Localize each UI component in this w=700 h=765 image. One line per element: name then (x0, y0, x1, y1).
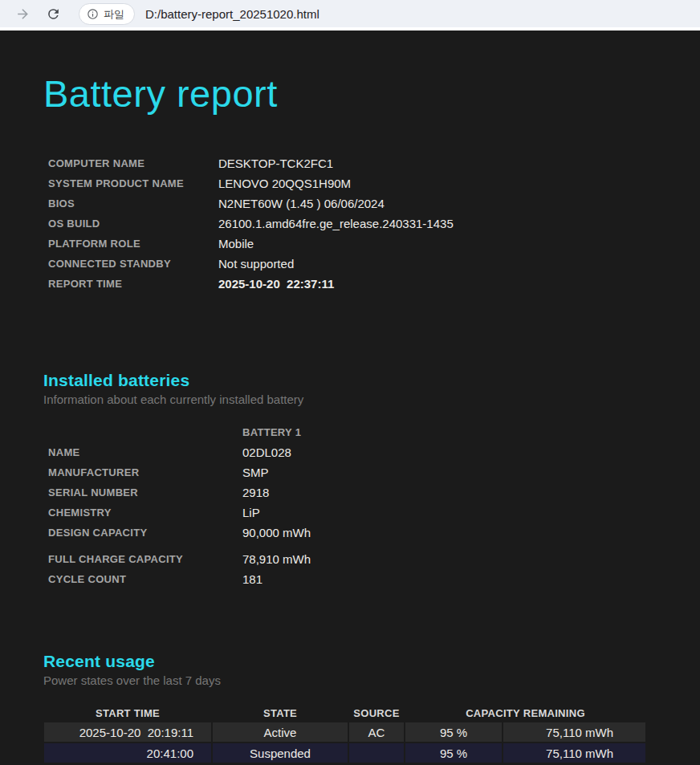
system-info-value: N2NET60W (1.45 ) 06/06/2024 (218, 197, 385, 210)
battery-detail-row: CHEMISTRY LiP (48, 503, 700, 523)
column-header-start-time: START TIME (44, 705, 211, 721)
system-info-value: LENOVO 20QQS1H90M (218, 177, 351, 190)
forward-arrow-icon (15, 6, 31, 22)
battery-detail-label: FULL CHARGE CAPACITY (48, 553, 242, 565)
battery-detail-value: 181 (242, 572, 262, 586)
battery-detail-row: NAME 02DL028 (48, 442, 700, 462)
system-info-value: 26100.1.amd64fre.ge_release.240331-1435 (218, 217, 454, 230)
system-info-row: REPORT TIME 2025-10-20 22:37:11 (48, 274, 700, 294)
system-info-label: SYSTEM PRODUCT NAME (48, 177, 218, 189)
battery-detail-label: CYCLE COUNT (48, 573, 242, 585)
reload-button[interactable] (42, 2, 64, 25)
usage-cell-state: Suspended (213, 743, 348, 763)
battery-detail-value: SMP (242, 466, 269, 479)
usage-cell-state: Active (213, 722, 348, 742)
info-icon (87, 8, 99, 20)
battery-details-table: BATTERY 1 NAME 02DL028 MANUFACTURER SMP … (48, 422, 700, 589)
battery-detail-label: NAME (48, 446, 242, 458)
recent-usage-section: Recent usage Power states over the last … (0, 652, 700, 763)
battery-detail-label: MANUFACTURER (48, 466, 242, 478)
system-info-value: Not supported (218, 257, 294, 271)
recent-usage-subtitle: Power states over the last 7 days (0, 673, 700, 687)
system-info-row: COMPUTER NAME DESKTOP-TCK2FC1 (48, 153, 700, 173)
battery-column-header: BATTERY 1 (242, 426, 301, 438)
battery-detail-label: SERIAL NUMBER (48, 486, 242, 498)
system-info-row: PLATFORM ROLE Mobile (48, 234, 700, 254)
forward-button[interactable] (11, 2, 34, 25)
battery-detail-value: 02DL028 (242, 446, 291, 459)
system-info-row: CONNECTED STANDBY Not supported (48, 254, 700, 274)
installed-batteries-subtitle: Information about each currently install… (0, 393, 700, 406)
battery-report-page: Battery report COMPUTER NAME DESKTOP-TCK… (0, 31, 700, 762)
battery-column-header-row: BATTERY 1 (48, 422, 700, 442)
url-text: D:/battery-report_20251020.html (145, 7, 319, 21)
column-header-source: SOURCE (349, 705, 404, 721)
installed-batteries-section: Installed batteries Information about ea… (0, 371, 700, 589)
battery-detail-row: MANUFACTURER SMP (48, 462, 700, 482)
battery-detail-row: CYCLE COUNT 181 (48, 569, 700, 589)
battery-detail-row: FULL CHARGE CAPACITY 78,910 mWh (48, 549, 700, 569)
usage-cell-percent: 95 % (405, 722, 502, 742)
battery-detail-value: LiP (242, 506, 260, 519)
usage-cell-start-time: 20:41:00 (44, 743, 211, 763)
battery-detail-row: SERIAL NUMBER 2918 (48, 482, 700, 503)
battery-detail-value: 78,910 mWh (242, 552, 311, 566)
battery-detail-label: CHEMISTRY (48, 507, 242, 519)
usage-cell-mwh: 75,110 mWh (503, 743, 645, 763)
column-header-state: STATE (213, 705, 348, 721)
system-info-label: OS BUILD (48, 218, 218, 230)
reload-icon (46, 6, 61, 22)
installed-batteries-heading: Installed batteries (0, 371, 700, 390)
recent-usage-heading: Recent usage (0, 652, 700, 671)
system-info-label: CONNECTED STANDBY (48, 258, 218, 270)
system-info-label: COMPUTER NAME (48, 157, 218, 169)
battery-detail-value: 90,000 mWh (242, 526, 311, 539)
file-chip-label: 파일 (104, 9, 124, 19)
page-title: Battery report (0, 31, 700, 116)
system-info-value: DESKTOP-TCK2FC1 (218, 157, 333, 170)
system-info-row: BIOS N2NET60W (1.45 ) 06/06/2024 (48, 193, 700, 214)
usage-cell-source: AC (349, 722, 404, 742)
system-info-label: REPORT TIME (48, 278, 218, 290)
usage-cell-source (349, 743, 404, 763)
system-info-row: OS BUILD 26100.1.amd64fre.ge_release.240… (48, 214, 700, 234)
usage-cell-percent: 95 % (405, 743, 502, 763)
system-info-row: SYSTEM PRODUCT NAME LENOVO 20QQS1H90M (48, 173, 700, 193)
battery-detail-row: DESIGN CAPACITY 90,000 mWh (48, 523, 700, 543)
system-info-value: Mobile (218, 237, 254, 250)
system-info-label: PLATFORM ROLE (48, 238, 218, 250)
recent-usage-table: START TIME STATE SOURCE CAPACITY REMAINI… (44, 705, 645, 763)
column-header-capacity-remaining: CAPACITY REMAINING (405, 705, 645, 721)
system-info-table: COMPUTER NAME DESKTOP-TCK2FC1 SYSTEM PRO… (48, 153, 700, 294)
system-info-value: 2025-10-20 22:37:11 (218, 277, 334, 291)
usage-cell-start-time: 2025-10-20 20:19:11 (44, 722, 211, 742)
address-bar[interactable]: 파일 D:/battery-report_20251020.html (79, 3, 689, 25)
system-info-label: BIOS (48, 197, 218, 210)
battery-detail-value: 2918 (242, 486, 269, 499)
browser-toolbar: 파일 D:/battery-report_20251020.html (0, 0, 700, 31)
file-scheme-chip[interactable]: 파일 (79, 3, 135, 25)
usage-cell-mwh: 75,110 mWh (503, 722, 645, 742)
battery-detail-label: DESIGN CAPACITY (48, 527, 242, 539)
